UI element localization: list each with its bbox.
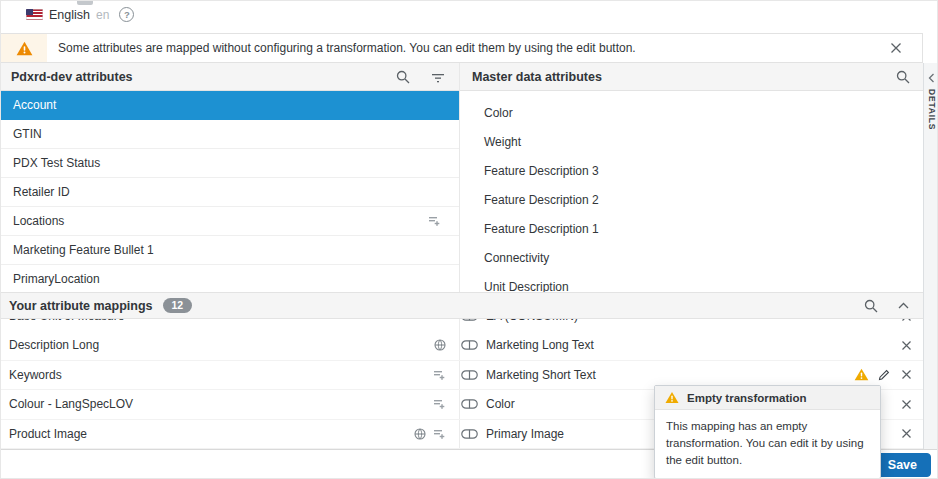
warning-banner: Some attributes are mapped without confi…	[1, 33, 923, 63]
language-code: en	[96, 8, 109, 22]
mapping-target-label: EA (CONSUMIN)	[486, 319, 578, 323]
mapping-source-label: Product Image	[9, 427, 414, 441]
source-item-account[interactable]: Account	[1, 91, 459, 120]
source-panel-header: Pdxrd-dev attributes	[1, 63, 459, 91]
language-label: English	[49, 8, 90, 22]
mapping-target-label: Primary Image	[486, 427, 564, 441]
target-panel-header: Master data attributes	[460, 63, 923, 91]
mapping-row: Base Unit of Measure EA (CONSUMIN)	[1, 319, 923, 331]
close-icon[interactable]	[899, 368, 913, 382]
popover-header: Empty transformation	[655, 386, 880, 410]
close-icon[interactable]	[899, 319, 913, 323]
target-item-connectivity[interactable]: Connectivity	[460, 243, 923, 272]
mapping-source-label: Keywords	[9, 368, 433, 382]
banner-message: Some attributes are mapped without confi…	[58, 41, 922, 55]
mappings-title: Your attribute mappings	[9, 299, 153, 313]
target-attributes-panel: Master data attributes Color Weight Feat…	[460, 63, 923, 292]
details-tab-label: DETAILS	[927, 89, 937, 130]
target-panel-title: Master data attributes	[472, 70, 896, 84]
language-selector[interactable]: English en ?	[26, 7, 134, 22]
link-icon	[461, 340, 478, 350]
search-icon[interactable]	[864, 299, 878, 313]
popover-title: Empty transformation	[687, 392, 807, 404]
mapping-source-label: Description Long	[9, 338, 434, 352]
target-item-weight[interactable]: Weight	[460, 127, 923, 156]
target-attributes-list: Color Weight Feature Description 3 Featu…	[460, 91, 923, 292]
warning-icon[interactable]	[854, 368, 869, 381]
mapping-target-label: Color	[486, 397, 515, 411]
warning-icon	[16, 41, 33, 56]
source-item-pdx-test-status[interactable]: PDX Test Status	[1, 149, 459, 178]
source-item-gtin[interactable]: GTIN	[1, 120, 459, 149]
save-button[interactable]: Save	[874, 453, 931, 477]
mapping-source-label: Colour - LangSpecLOV	[9, 397, 433, 411]
source-attributes-panel: Pdxrd-dev attributes Account GTIN PDX Te…	[1, 63, 460, 292]
globe-icon	[414, 428, 426, 440]
banner-close-icon[interactable]	[889, 41, 903, 55]
mapping-row-clipped: Base Unit of Measure EA (CONSUMIN)	[1, 319, 923, 331]
globe-icon	[434, 339, 446, 351]
close-icon[interactable]	[899, 427, 913, 441]
target-item-feature-description-2[interactable]: Feature Description 2	[460, 185, 923, 214]
edit-icon[interactable]	[878, 369, 890, 381]
target-item-feature-description-3[interactable]: Feature Description 3	[460, 156, 923, 185]
source-item-primarylocation[interactable]: PrimaryLocation	[1, 265, 459, 292]
filter-icon[interactable]	[431, 71, 445, 83]
link-icon	[461, 399, 478, 409]
top-bar: English en ?	[1, 1, 938, 33]
chevron-left-icon	[928, 73, 935, 83]
close-icon[interactable]	[899, 338, 913, 352]
target-item-unit-description[interactable]: Unit Description	[460, 272, 923, 292]
mapping-source-label: Base Unit of Measure	[9, 319, 449, 323]
empty-transformation-popover: Empty transformation This mapping has an…	[654, 385, 881, 479]
source-panel-title: Pdxrd-dev attributes	[11, 70, 396, 84]
banner-icon-strip	[1, 34, 47, 62]
link-icon	[461, 429, 478, 439]
attribute-mapping-screen: English en ? Some attributes are mapped …	[0, 0, 938, 479]
mappings-count-badge: 12	[163, 298, 193, 314]
multi-value-icon	[428, 215, 441, 227]
link-icon	[461, 319, 478, 321]
search-icon[interactable]	[896, 70, 910, 84]
mapping-target-label: Marketing Short Text	[486, 368, 596, 382]
search-icon[interactable]	[396, 70, 410, 84]
mappings-header-bar: Your attribute mappings 12	[1, 292, 923, 319]
link-icon	[461, 370, 478, 380]
chevron-up-icon[interactable]	[898, 302, 909, 309]
mapping-target-label: Marketing Long Text	[486, 338, 594, 352]
details-side-tab[interactable]: DETAILS	[923, 63, 938, 449]
multi-value-icon	[433, 398, 446, 410]
clipped-top-element	[77, 1, 93, 5]
help-icon[interactable]: ?	[119, 7, 134, 22]
popover-body-text: This mapping has an empty transformation…	[655, 410, 880, 478]
multi-value-icon	[433, 369, 446, 381]
source-item-marketing-feature-bullet-1[interactable]: Marketing Feature Bullet 1	[1, 236, 459, 265]
close-icon[interactable]	[899, 397, 913, 411]
mapping-row: Description Long Marketing Long Text	[1, 331, 923, 361]
source-item-retailer-id[interactable]: Retailer ID	[1, 178, 459, 207]
us-flag-icon	[26, 9, 43, 20]
target-item-color[interactable]: Color	[460, 98, 923, 127]
warning-icon	[665, 391, 679, 404]
multi-value-icon	[433, 428, 446, 440]
target-item-feature-description-1[interactable]: Feature Description 1	[460, 214, 923, 243]
source-item-locations[interactable]: Locations	[1, 207, 459, 236]
